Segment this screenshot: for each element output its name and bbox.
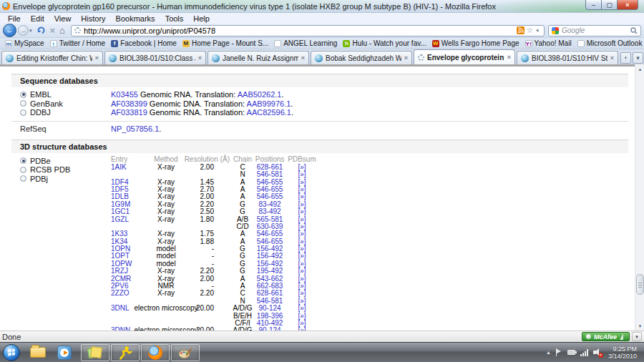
tab-bar: Editing Kristoffer Chin: Week ...×BIOL39… [0, 49, 644, 64]
home-button[interactable]: ⌂ [59, 26, 65, 35]
search-placeholder[interactable]: Google [562, 26, 628, 34]
history-dropdown-icon[interactable]: ▾ [29, 28, 32, 34]
network-signal-icon[interactable] [580, 349, 588, 356]
pdb-entry-link[interactable]: 1GC1 [111, 208, 145, 215]
pdb-entry-link[interactable]: 2ZZO [111, 290, 145, 297]
paint-taskbar-button[interactable] [171, 344, 200, 361]
new-tab-button[interactable]: + [620, 52, 631, 64]
url-bar[interactable]: http://www.uniprot.org/uniprot/P04578 ☆ … [71, 25, 545, 36]
radio-option-seqdb-ddbj[interactable]: DDBJ [20, 108, 111, 117]
tab-close-icon[interactable]: × [301, 54, 305, 62]
taskbar-clock[interactable]: 9:25 PM 3/14/2010 [608, 346, 637, 360]
radio-button[interactable] [20, 157, 26, 164]
volume-muted-icon[interactable]: × [593, 348, 602, 356]
menu-tools[interactable]: Tools [160, 14, 189, 23]
radio-option-structdb-pdbe[interactable]: PDBe [20, 156, 111, 165]
stop-button[interactable]: × [50, 26, 56, 35]
action-center-flag-icon[interactable] [556, 348, 562, 356]
bookmark-twitter-home[interactable]: tTwitter / Home [47, 39, 108, 47]
start-button[interactable] [3, 344, 20, 361]
accession-link[interactable]: AF038399 [111, 99, 147, 108]
tab-editing-kristoffer-chin-week[interactable]: Editing Kristoffer Chin: Week ...× [1, 51, 103, 64]
accession-link[interactable]: AAB50262.1 [238, 90, 282, 99]
menu-file[interactable]: File [3, 14, 26, 23]
bookmark-myspace[interactable]: mMySpace [2, 39, 47, 47]
pdb-entry-link[interactable]: 1AIK [111, 164, 145, 171]
mcafee-dropdown-button[interactable]: ▼ [632, 332, 642, 341]
radio-button[interactable] [20, 92, 26, 98]
radio-button[interactable] [20, 109, 26, 116]
radio-option-seqdb-embl[interactable]: EMBL [20, 90, 111, 99]
radio-button[interactable] [20, 167, 26, 173]
close-button[interactable]: × [617, 0, 638, 10]
bookmark-yahoo-mail[interactable]: Y!Yahoo! Mail [522, 39, 575, 47]
pdbsum-link[interactable]: [»] [298, 327, 306, 331]
radio-option-seqdb-genbank[interactable]: GenBank [20, 99, 111, 109]
forward-button[interactable]: → [18, 25, 29, 36]
pdb-resolution: 2.50 [200, 208, 230, 215]
menu-view[interactable]: View [49, 14, 77, 23]
tab-biol398-01-s10-class-journal[interactable]: BIOL398-01/S10:Class Journal ...× [104, 51, 206, 64]
back-button[interactable]: ← [3, 24, 16, 37]
bookmark-star-icon[interactable]: ☆ [527, 26, 534, 34]
section-header-sequence-databases: Sequence databases [11, 74, 628, 87]
radio-button[interactable] [20, 175, 26, 182]
search-magnifier-icon[interactable] [630, 27, 638, 34]
radio-option-structdb-rcsb-pdb[interactable]: RCSB PDB [20, 165, 111, 175]
accession-link[interactable]: K03455 [111, 90, 138, 99]
pdb-positions-link[interactable]: 90-124 [258, 327, 280, 331]
firefox-taskbar-button[interactable] [141, 344, 170, 361]
tab-close-icon[interactable]: × [404, 54, 408, 62]
scrollbar-thumb[interactable] [636, 274, 644, 295]
tab-close-icon[interactable]: × [610, 54, 614, 62]
rss-icon[interactable] [517, 26, 525, 34]
search-box[interactable]: Google [548, 25, 641, 36]
pdb-entry-link[interactable]: 1GZL [111, 216, 145, 223]
tab-bobak-seddighzadeh-week-8[interactable]: Bobak Seddighzadeh Week 8 ...× [311, 51, 412, 64]
tab-janelle-n-ruiz-assignment-8[interactable]: Janelle N. Ruiz Assignment 8 -...× [208, 51, 309, 64]
bookmark-facebook-home[interactable]: fFacebook | Home [108, 39, 180, 47]
scroll-down-button[interactable]: ▼ [635, 321, 644, 331]
vertical-scrollbar[interactable]: ▲ ▼ [635, 64, 644, 331]
mcafee-siteadvisor-badge[interactable]: McAfee [582, 332, 630, 341]
pdbsum-link[interactable]: [»] [298, 171, 306, 178]
bookmark-favicon-icon: f [111, 40, 118, 47]
bookmark-angel-learning[interactable]: ANGEL Learning [271, 39, 340, 47]
radio-option-structdb-pdbj[interactable]: PDBj [20, 175, 111, 184]
accession-link[interactable]: AAC82596.1 [247, 108, 291, 117]
maximize-button[interactable]: ▢ [602, 0, 617, 10]
bookmark-wells-fargo-home-page[interactable]: WWells Fargo Home Page [429, 39, 522, 47]
menu-help[interactable]: Help [188, 14, 215, 23]
tab-biol398-01-s10-hiv-structure[interactable]: BIOL398-01/S10:HIV Structure...× [517, 51, 618, 64]
bookmark-hulu-watch-your-fav[interactable]: hHulu - Watch your fav... [340, 39, 429, 47]
list-all-tabs-button[interactable]: ▾ [633, 52, 643, 64]
accession-link[interactable]: AAB99976.1 [247, 99, 291, 108]
menu-edit[interactable]: Edit [26, 14, 49, 23]
pdbsum-link[interactable]: [»] [298, 208, 306, 215]
minimize-button[interactable]: – [585, 0, 602, 10]
pdb-positions-link[interactable]: 83-492 [258, 208, 280, 215]
accession-link[interactable]: AF033819 [111, 108, 147, 117]
refresh-button[interactable] [36, 26, 46, 35]
pdb-positions-link[interactable]: 546-581 [257, 171, 283, 178]
media-player-taskbar-icon[interactable] [57, 346, 72, 360]
bookmark-home-page-mount-s[interactable]: MHome Page - Mount S... [180, 39, 271, 47]
url-text[interactable]: http://www.uniprot.org/uniprot/P04578 [84, 26, 514, 35]
tab-close-icon[interactable]: × [95, 54, 99, 62]
sticky-notes-taskbar-button[interactable] [81, 344, 109, 361]
show-hidden-icons-button[interactable]: ▲ [546, 350, 551, 355]
scroll-up-button[interactable]: ▲ [635, 64, 644, 74]
menu-history[interactable]: History [76, 14, 110, 23]
explorer-taskbar-icon[interactable] [30, 347, 46, 358]
aim-taskbar-button[interactable] [111, 344, 140, 361]
menu-bookmarks[interactable]: Bookmarks [111, 14, 160, 23]
tab-envelope-glycoprotein-gp16[interactable]: Envelope glycoprotein gp16...× [414, 49, 515, 64]
bookmark-microsoft-outlook-we[interactable]: Microsoft Outlook We... [575, 39, 644, 47]
tab-close-icon[interactable]: × [507, 54, 511, 61]
radio-button[interactable] [20, 100, 26, 107]
accession-link[interactable]: NP_057856.1 [111, 124, 159, 133]
pdb-table-row: 3DNNelectron microscopy20.00A/D/G90-124[… [111, 327, 644, 331]
url-dropdown-icon[interactable]: ▾ [536, 28, 539, 34]
battery-icon[interactable] [567, 350, 575, 355]
tab-close-icon[interactable]: × [198, 54, 202, 62]
